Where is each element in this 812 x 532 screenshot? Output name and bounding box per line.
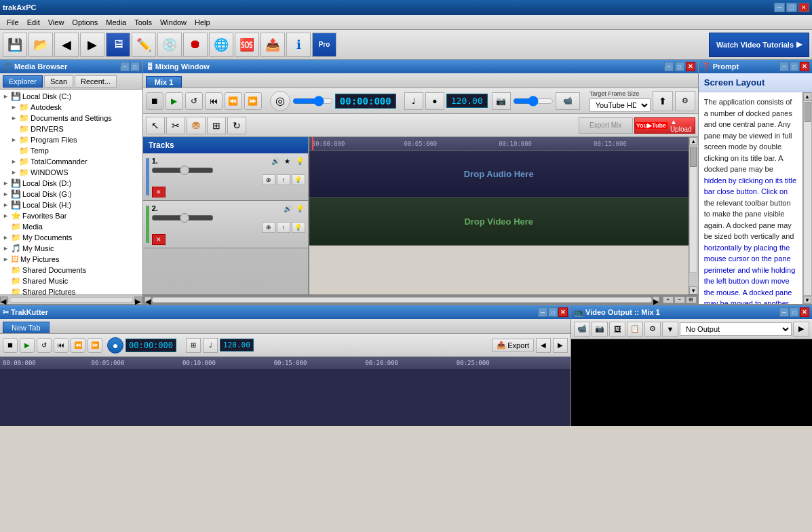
tree-item-shareddocs[interactable]: 📁 Shared Documents xyxy=(1,265,141,276)
mixing-maximize-button[interactable]: □ xyxy=(675,62,684,71)
scroll-up-button[interactable]: ▲ xyxy=(689,137,697,145)
volume-knob[interactable]: ◎ xyxy=(270,91,290,111)
tk-stop[interactable]: ⏹ xyxy=(3,338,18,353)
forward-button[interactable]: ▶ xyxy=(80,33,104,57)
tree-item-local-c[interactable]: ► 💾 Local Disk (C:) xyxy=(1,91,141,102)
menu-media[interactable]: Media xyxy=(102,17,130,28)
track-2-btn2[interactable]: ↑ xyxy=(277,222,290,233)
tree-item-autodesk[interactable]: ► 📁 Autodesk xyxy=(9,102,141,113)
tk-metronome[interactable]: ♩ xyxy=(203,338,218,353)
tree-item-windows[interactable]: ► 📁 WINDOWS xyxy=(9,167,141,178)
track-1-btn2[interactable]: ↑ xyxy=(277,174,290,185)
close-button[interactable]: ✕ xyxy=(798,3,809,12)
monitor-button[interactable]: 🖥 xyxy=(106,33,130,57)
minimize-button[interactable]: ─ xyxy=(774,3,785,12)
youtube-upload-button[interactable]: You▶Tube ▲ Upload xyxy=(634,117,695,134)
record-btn[interactable]: ● xyxy=(425,92,444,110)
tree-item-drivers[interactable]: 📁 DRIVERS xyxy=(9,124,141,134)
vo-snapshot[interactable]: 📷 xyxy=(592,322,608,337)
tab-recent[interactable]: Recent... xyxy=(75,75,117,88)
vo-settings-btn[interactable]: ⚙ xyxy=(644,322,661,337)
track-2-btn1[interactable]: ⊕ xyxy=(262,222,275,233)
tk-prev[interactable]: ⏪ xyxy=(71,338,85,353)
track-2-delete[interactable]: ✕ xyxy=(152,234,166,245)
zoom-in-button[interactable]: + xyxy=(663,297,674,303)
menu-window[interactable]: Window xyxy=(156,17,191,28)
track-1-mute[interactable]: 🔊 xyxy=(270,155,281,166)
track-1-btn1[interactable]: ⊕ xyxy=(262,174,275,185)
tk-snap[interactable]: ⊞ xyxy=(186,338,201,353)
hscroll-right[interactable]: ▶ xyxy=(653,297,659,303)
tree-item-favorites[interactable]: ► ⭐ Favorites Bar xyxy=(1,210,141,221)
cut-tool[interactable]: ✂ xyxy=(166,117,185,134)
track-1-delete[interactable]: ✕ xyxy=(152,187,166,197)
vo-copy-btn[interactable]: 📋 xyxy=(627,322,643,337)
scroll-right-button[interactable]: ▶ xyxy=(134,297,142,303)
zoom-slider[interactable] xyxy=(513,96,554,107)
back-button[interactable]: ◀ xyxy=(54,33,79,57)
vo-view-btn[interactable]: 🖼 xyxy=(609,322,625,337)
tk-record[interactable]: ● xyxy=(107,337,123,354)
prompt-close[interactable]: ✕ xyxy=(800,62,809,71)
tree-item-totalcommander[interactable]: ► 📁 TotalCommander xyxy=(9,156,141,167)
track-1-light[interactable]: 💡 xyxy=(294,155,305,166)
track-1-solo[interactable]: ★ xyxy=(282,155,293,166)
panel-minimize-button[interactable]: ─ xyxy=(120,62,130,71)
vo-minimize[interactable]: ─ xyxy=(779,307,789,317)
open-button[interactable]: 📂 xyxy=(28,33,53,57)
mixing-close-button[interactable]: ✕ xyxy=(686,62,695,71)
step-back-button[interactable]: ⏪ xyxy=(225,92,242,110)
pen-button[interactable]: ✏️ xyxy=(132,33,156,57)
settings-button[interactable]: ⚙ xyxy=(675,91,695,111)
globe-button[interactable]: 🌐 xyxy=(209,33,233,57)
track-2-volume-slider[interactable] xyxy=(152,215,213,221)
metronome-button[interactable]: ♩ xyxy=(404,92,423,110)
vo-close[interactable]: ✕ xyxy=(800,307,809,317)
tk-next[interactable]: ⏩ xyxy=(88,338,102,353)
tree-item-temp[interactable]: 📁 Temp xyxy=(9,145,141,156)
tk-minimize[interactable]: ─ xyxy=(538,307,547,317)
vo-maximize[interactable]: □ xyxy=(790,307,799,317)
tk-play[interactable]: ▶ xyxy=(20,338,35,353)
track-2-light[interactable]: 💡 xyxy=(294,203,305,214)
track-1-content[interactable]: Drop Audio Here xyxy=(309,151,689,198)
save-button[interactable]: 💾 xyxy=(3,33,27,57)
track-2-mute[interactable]: 🔊 xyxy=(282,203,293,214)
tk-close[interactable]: ✕ xyxy=(558,307,568,317)
tree-item-programfiles[interactable]: ► 📁 Program Files xyxy=(9,134,141,145)
vo-dropdown-btn[interactable]: ▼ xyxy=(662,322,678,337)
menu-options[interactable]: Options xyxy=(68,17,102,28)
track-2-btn3[interactable]: 💡 xyxy=(292,222,305,233)
tree-item-mypictures[interactable]: ► 🖼 My Pictures xyxy=(1,254,141,265)
tk-loop[interactable]: ↺ xyxy=(37,338,52,353)
envelope-tool[interactable]: ⛃ xyxy=(187,117,206,134)
tree-item-mymusic[interactable]: ► 🎵 My Music xyxy=(1,243,141,254)
menu-file[interactable]: File xyxy=(3,17,23,28)
step-fwd-button[interactable]: ⏩ xyxy=(244,92,262,110)
volume-slider[interactable] xyxy=(292,96,333,107)
hscroll-left[interactable]: ◀ xyxy=(144,297,151,303)
vo-output-select[interactable]: No Output xyxy=(680,322,792,336)
menu-edit[interactable]: Edit xyxy=(23,17,44,28)
export-mix-button[interactable]: Export Mix xyxy=(579,117,633,134)
vo-right-btn[interactable]: ▶ xyxy=(793,322,809,337)
prompt-scroll-up[interactable]: ▲ xyxy=(803,92,811,100)
stop-button[interactable]: ⏹ xyxy=(146,92,163,110)
scroll-left-button[interactable]: ◀ xyxy=(0,297,8,303)
pro-button[interactable]: Pro xyxy=(312,33,336,57)
menu-view[interactable]: View xyxy=(44,17,69,28)
tk-export-button[interactable]: 📤 Export xyxy=(492,339,534,352)
track-2-content[interactable]: Drop Video Here xyxy=(309,198,689,246)
tab-scan[interactable]: Scan xyxy=(44,75,73,88)
tree-item-local-h[interactable]: ► 💾 Local Disk (H:) xyxy=(1,200,141,210)
tk-maximize[interactable]: □ xyxy=(548,307,558,317)
snap-tool[interactable]: ⊞ xyxy=(207,117,226,134)
rewind-button[interactable]: ⏮ xyxy=(205,92,223,110)
tree-item-mydocs[interactable]: ► 📁 My Documents xyxy=(1,232,141,243)
mix1-tab[interactable]: Mix 1 xyxy=(146,76,182,88)
panel-maximize-button[interactable]: □ xyxy=(130,62,140,71)
tk-back[interactable]: ⏮ xyxy=(54,338,69,353)
tk-btn1[interactable]: ◀ xyxy=(536,338,551,353)
loop-button[interactable]: ↺ xyxy=(185,92,203,110)
maximize-button[interactable]: □ xyxy=(786,3,797,12)
